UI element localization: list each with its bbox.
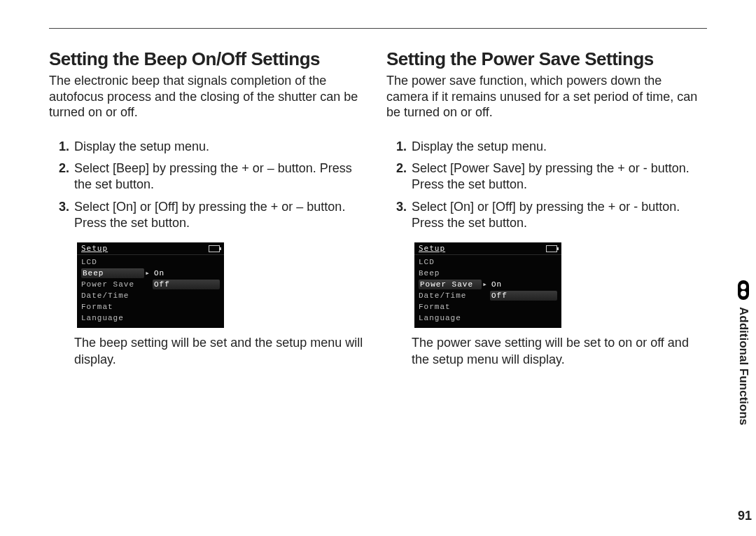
left-intro: The electronic beep that signals complet… bbox=[49, 73, 370, 121]
right-column: Setting the Power Save Settings The powe… bbox=[386, 48, 707, 368]
menu-row: Format bbox=[414, 301, 561, 312]
menu-header: Setup bbox=[414, 242, 561, 255]
left-column: Setting the Beep On/Off Settings The ele… bbox=[49, 48, 370, 368]
menu-row-label: Power Save bbox=[419, 280, 482, 289]
arrow-icon: ▸ bbox=[482, 280, 489, 289]
menu-row: Power SaveOff bbox=[77, 279, 224, 290]
left-result: The beep setting will be set and the set… bbox=[74, 335, 370, 368]
menu-row: LCD bbox=[77, 256, 224, 268]
menu-row-label: Date/Time bbox=[419, 291, 480, 301]
menu-row-label: Beep bbox=[419, 268, 480, 278]
menu-row: Language bbox=[77, 312, 224, 324]
right-menu-screenshot: Setup LCDBeepPower Save▸OnDate/TimeOffFo… bbox=[414, 242, 561, 328]
list-item: 1.Display the setup menu. bbox=[59, 139, 370, 160]
battery-icon bbox=[209, 245, 220, 252]
list-item: 2.Select [Beep] by pressing the + or – b… bbox=[59, 160, 370, 199]
menu-row: Power Save▸On bbox=[414, 279, 561, 290]
right-intro: The power save function, which powers do… bbox=[386, 73, 707, 121]
menu-row-value: Off bbox=[153, 280, 220, 289]
menu-row-value: Off bbox=[490, 291, 557, 301]
menu-row: Date/TimeOff bbox=[414, 290, 561, 301]
right-steps: 1.Display the setup menu. 2.Select [Powe… bbox=[396, 139, 707, 238]
left-menu-screenshot: Setup LCDBeep▸OnPower SaveOffDate/TimeFo… bbox=[77, 242, 224, 328]
side-tab: Additional Functions bbox=[736, 280, 750, 425]
menu-row: Beep bbox=[414, 268, 561, 279]
menu-title: Setup bbox=[81, 244, 108, 253]
page-number: 91 bbox=[738, 509, 752, 523]
menu-row-label: LCD bbox=[419, 257, 480, 267]
side-tab-label: Additional Functions bbox=[736, 307, 750, 425]
menu-body: LCDBeep▸OnPower SaveOffDate/TimeFormatLa… bbox=[77, 255, 224, 328]
arrow-icon: ▸ bbox=[144, 268, 151, 278]
step-text: Select [On] or [Off] by pressing the + o… bbox=[412, 200, 680, 230]
menu-row: Date/Time bbox=[77, 290, 224, 301]
menu-row-label: Beep bbox=[81, 268, 144, 278]
step-text: Display the setup menu. bbox=[74, 139, 209, 153]
right-heading: Setting the Power Save Settings bbox=[386, 48, 707, 70]
list-item: 3.Select [On] or [Off] by pressing the +… bbox=[59, 199, 370, 238]
step-text: Select [Power Save] by pressing the + or… bbox=[412, 161, 690, 191]
menu-row: Language bbox=[414, 312, 561, 324]
left-heading: Setting the Beep On/Off Settings bbox=[49, 48, 370, 70]
step-text: Select [On] or [Off] by pressing the + o… bbox=[74, 200, 345, 230]
menu-row: LCD bbox=[414, 256, 561, 268]
menu-row-label: LCD bbox=[81, 257, 143, 267]
menu-title: Setup bbox=[419, 244, 445, 253]
list-item: 2.Select [Power Save] by pressing the + … bbox=[396, 160, 707, 199]
tab-dots-icon bbox=[738, 280, 749, 300]
list-item: 1.Display the setup menu. bbox=[396, 139, 707, 160]
right-result: The power save setting will be set to on… bbox=[412, 335, 707, 368]
menu-body: LCDBeepPower Save▸OnDate/TimeOffFormatLa… bbox=[414, 255, 561, 328]
step-text: Select [Beep] by pressing the + or – but… bbox=[74, 161, 352, 191]
list-item: 3.Select [On] or [Off] by pressing the +… bbox=[396, 199, 707, 238]
menu-row-label: Date/Time bbox=[81, 291, 143, 301]
menu-header: Setup bbox=[77, 242, 224, 255]
menu-row-value: On bbox=[491, 280, 557, 289]
step-text: Display the setup menu. bbox=[412, 139, 547, 153]
left-steps: 1.Display the setup menu. 2.Select [Beep… bbox=[59, 139, 370, 238]
menu-row-label: Power Save bbox=[81, 280, 143, 289]
menu-row-label: Format bbox=[81, 302, 143, 312]
top-rule bbox=[49, 28, 707, 29]
battery-icon bbox=[546, 245, 557, 252]
menu-row-label: Format bbox=[419, 302, 480, 312]
menu-row-value: On bbox=[154, 268, 220, 278]
menu-row: Format bbox=[77, 301, 224, 312]
menu-row: Beep▸On bbox=[77, 268, 224, 279]
menu-row-label: Language bbox=[419, 313, 480, 323]
menu-row-label: Language bbox=[81, 313, 143, 323]
